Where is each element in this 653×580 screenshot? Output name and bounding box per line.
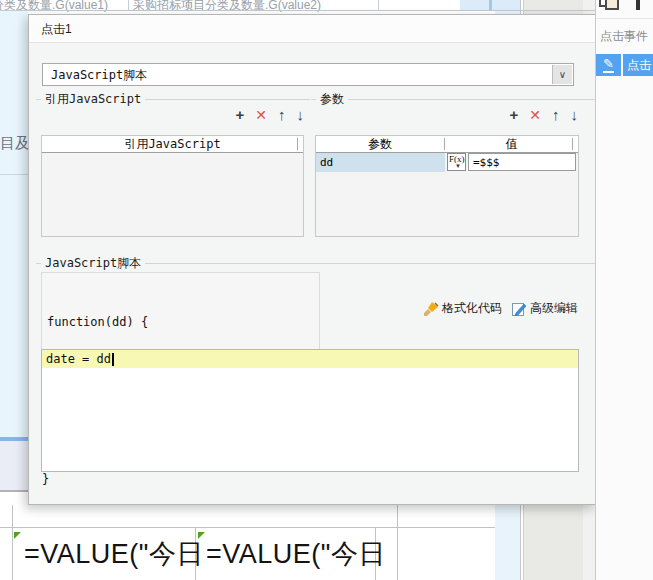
delete-icon[interactable]: ✕	[529, 106, 541, 124]
reference-javascript-table[interactable]: 引用JavaScript	[41, 135, 304, 237]
function-prefix: function(dd) {	[47, 315, 148, 329]
reference-group-label: 引用JavaScript	[45, 91, 141, 108]
formula-marker-icon	[14, 532, 21, 539]
bg-grid-line	[397, 505, 398, 580]
format-code-label: 格式化代码	[442, 300, 502, 317]
divider	[596, 18, 653, 19]
pencil-icon: ✎	[603, 57, 614, 73]
column-divider	[572, 138, 573, 150]
event-properties-panel: 点击事件 ✎ 点击	[595, 0, 653, 580]
dropdown-selected-value: JavaScript脚本	[51, 67, 147, 84]
bg-left-column	[0, 11, 28, 437]
parameter-table[interactable]: 参数 值 dd F(x) ▼	[315, 135, 579, 237]
text-caret	[112, 353, 114, 366]
spreadsheet-cell[interactable]: =VALUE("今日	[206, 536, 386, 572]
move-up-icon[interactable]: ↑	[552, 106, 560, 124]
advanced-edit-link[interactable]: 高级编辑	[511, 300, 578, 317]
parameter-group-label: 参数	[320, 91, 344, 108]
bg-left-column	[0, 441, 28, 490]
spreadsheet-cell[interactable]: =VALUE("今日	[24, 536, 204, 572]
add-icon[interactable]: +	[236, 106, 245, 124]
click-event-button[interactable]: 点击	[623, 54, 653, 76]
format-code-link[interactable]: 格式化代码	[423, 300, 502, 317]
parameter-toolbar: + ✕ ↑ ↓	[466, 106, 578, 124]
active-code-line[interactable]: date = dd	[42, 350, 578, 368]
code-line-text: date = dd	[42, 352, 111, 366]
bg-selected-cell-bar	[489, 0, 492, 10]
event-editor-dialog: 点击1 JavaScript脚本 ∨ 引用JavaScript 参数 + ✕ ↑…	[28, 14, 597, 505]
script-function-header-box: function(dd) {	[41, 272, 320, 351]
code-editor-area[interactable]	[42, 368, 578, 471]
script-group-label: JavaScript脚本	[45, 255, 141, 272]
event-type-dropdown[interactable]: JavaScript脚本 ∨	[42, 63, 574, 86]
click-event-section-label: 点击事件	[600, 28, 648, 45]
dialog-title: 点击1	[41, 21, 72, 38]
spreadsheet-cell[interactable]: 采购招标项目分类及数量.G(value2)	[133, 0, 321, 14]
column-header-value: 值	[445, 136, 578, 152]
reference-toolbar: + ✕ ↑ ↓	[192, 106, 304, 124]
add-icon[interactable]: +	[510, 106, 519, 124]
bg-grid-line	[0, 174, 28, 175]
move-down-icon[interactable]: ↓	[297, 106, 305, 124]
bg-grid-line	[0, 527, 495, 528]
spreadsheet-cell-partial: 目及	[0, 134, 30, 153]
column-header-name: 参数	[316, 136, 444, 152]
parameter-value-input[interactable]	[468, 153, 576, 171]
delete-icon[interactable]: ✕	[255, 106, 267, 124]
formula-fx-button[interactable]: F(x) ▼	[447, 153, 466, 171]
function-suffix: }	[42, 472, 49, 486]
edit-event-button[interactable]: ✎	[596, 54, 621, 76]
bg-grid-line	[12, 505, 13, 580]
bg-grid-line	[0, 10, 597, 11]
script-group-header: JavaScript脚本	[36, 255, 597, 272]
report-designer-screen: 分类及数量.G(value1) 采购招标项目分类及数量.G(value2) 目及…	[0, 0, 653, 580]
move-up-icon[interactable]: ↑	[278, 106, 286, 124]
column-divider	[297, 138, 298, 150]
copy-icon[interactable]	[605, 0, 619, 10]
bg-grid-line	[128, 0, 129, 10]
advanced-edit-label: 高级编辑	[530, 300, 578, 317]
bg-grid-line	[378, 0, 379, 10]
chevron-down-icon[interactable]: ∨	[552, 65, 572, 84]
parameter-name-cell[interactable]: dd	[316, 153, 445, 172]
script-code-editor: date = dd	[41, 349, 579, 472]
script-links: 格式化代码 高级编辑	[329, 300, 578, 317]
toolbar-icon[interactable]	[636, 0, 640, 10]
move-down-icon[interactable]: ↓	[571, 106, 579, 124]
dialog-titlebar[interactable]: 点击1	[29, 15, 596, 43]
caret-down-icon: ▼	[455, 163, 461, 169]
reference-table-header: 引用JavaScript	[42, 136, 303, 153]
brush-icon	[423, 301, 439, 317]
edit-document-icon	[511, 301, 527, 317]
